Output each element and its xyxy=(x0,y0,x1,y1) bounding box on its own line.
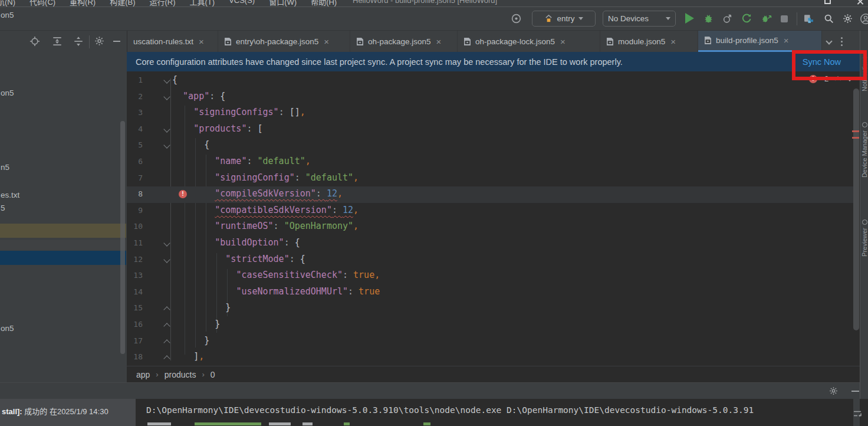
collapse-all-icon[interactable] xyxy=(73,36,84,47)
tool-stripe-device-manager[interactable]: Device Manager xyxy=(860,122,868,178)
code-line-12[interactable]: 12 "strictMode": { xyxy=(127,252,853,268)
debug-button[interactable] xyxy=(703,13,714,24)
debug-attach-button[interactable] xyxy=(761,13,772,24)
tree-item-label[interactable]: on5 xyxy=(1,11,14,19)
fold-open-icon[interactable] xyxy=(163,142,170,149)
soft-wrap-icon[interactable] xyxy=(853,409,862,418)
tab-uscation-rules.txt[interactable]: uscation-rules.txt× xyxy=(127,31,218,52)
menu-item[interactable]: VCS(S) xyxy=(229,0,255,7)
tree-item-label[interactable]: n5 xyxy=(1,163,9,172)
code-line-8[interactable]: 8! "compileSdkVersion": 12, xyxy=(127,186,853,203)
tree-row-highlight[interactable] xyxy=(0,240,126,250)
code-line-13[interactable]: 13 "caseSensitiveCheck": true, xyxy=(127,268,853,284)
code-editor[interactable]: 1{2 "app": {3 "signingConfigs": [],4 "pr… xyxy=(127,71,860,366)
fold-open-icon[interactable] xyxy=(163,77,170,83)
panel-settings-gear-icon[interactable] xyxy=(94,36,104,46)
breadcrumb-item[interactable]: 0 xyxy=(211,370,215,379)
code-line-10[interactable]: 10 "runtimeOS": "OpenHarmony", xyxy=(127,219,853,235)
tree-item-label[interactable]: es.txt xyxy=(1,191,19,199)
device-select[interactable]: No Devices xyxy=(603,11,676,27)
console-settings-gear-icon[interactable] xyxy=(829,386,838,395)
minimize-toolwindow-icon[interactable] xyxy=(851,391,859,392)
tab-entry-oh-package.json5[interactable]: entry\oh-package.json5× xyxy=(218,31,350,52)
close-tab-icon[interactable]: × xyxy=(560,37,565,47)
code-text: "signingConfig": "default", xyxy=(172,172,359,183)
fold-close-icon[interactable] xyxy=(163,339,170,346)
code-line-9[interactable]: 9 "compatibleSdkVersion": 12, xyxy=(127,203,853,219)
tree-row-highlight[interactable] xyxy=(0,224,126,238)
menu-item[interactable]: 重构(R) xyxy=(70,0,96,7)
tool-stripe-label: Device Manager xyxy=(861,130,868,178)
error-stripe-mark[interactable] xyxy=(852,130,859,132)
code-line-14[interactable]: 14 "useNormalizedOHMUrl": true xyxy=(127,284,853,301)
code-line-7[interactable]: 7 "signingConfig": "default", xyxy=(127,171,853,187)
code-line-15[interactable]: 15 } xyxy=(127,300,853,317)
avatar[interactable] xyxy=(860,13,868,25)
menu-item[interactable]: 代码(C) xyxy=(29,0,55,7)
profiler-button[interactable] xyxy=(722,14,732,24)
sync-banner: Core configuration attributes have chang… xyxy=(127,52,860,71)
code-line-17[interactable]: 17 } xyxy=(127,333,853,350)
close-tab-icon[interactable]: × xyxy=(784,35,789,45)
code-line-4[interactable]: 4 "products": [ xyxy=(127,122,853,138)
panel-toolbar-separator xyxy=(89,35,90,48)
menu-item[interactable]: 构建(B) xyxy=(110,0,135,7)
close-tab-icon[interactable]: × xyxy=(199,37,204,47)
menu-item[interactable]: 导航(N) xyxy=(0,0,15,7)
code-line-11[interactable]: 11 "buildOption": { xyxy=(127,235,853,252)
tab-module.json5[interactable]: module.json5× xyxy=(600,31,698,52)
tree-scrollbar[interactable] xyxy=(120,121,125,354)
breadcrumb-item[interactable]: app xyxy=(136,370,150,379)
menu-item[interactable]: 帮助(H) xyxy=(311,0,337,7)
fold-open-icon[interactable] xyxy=(163,93,170,100)
tree-row-selected[interactable] xyxy=(0,251,126,265)
console-output-line[interactable]: D:\OpenHarmony\IDE\devecostudio-windows-… xyxy=(146,405,754,415)
fold-close-icon[interactable] xyxy=(163,323,170,329)
hide-panel-icon[interactable] xyxy=(113,41,120,42)
fold-open-icon[interactable] xyxy=(163,256,170,263)
expand-all-icon[interactable] xyxy=(52,36,63,47)
screenshot-target-icon[interactable] xyxy=(511,13,522,24)
settings-gear-icon[interactable] xyxy=(843,14,853,24)
menu-item[interactable]: 运行(R) xyxy=(149,0,175,7)
tool-stripe-previewer[interactable]: Previewer xyxy=(860,219,868,257)
locate-file-icon[interactable] xyxy=(29,36,40,47)
fold-open-icon[interactable] xyxy=(163,126,170,132)
fold-close-icon[interactable] xyxy=(163,307,170,313)
close-tab-icon[interactable]: × xyxy=(436,37,442,47)
sync-rerun-button[interactable] xyxy=(741,13,752,24)
tab-build-profile.json5[interactable]: build-profile.json5× xyxy=(698,31,822,52)
line-number: 11 xyxy=(127,238,143,247)
code-line-6[interactable]: 6 "name": "default", xyxy=(127,154,853,171)
tab-list-chevron-icon[interactable] xyxy=(826,38,832,44)
run-button[interactable] xyxy=(685,13,694,24)
menu-item[interactable]: 窗口(W) xyxy=(269,0,297,7)
tab-oh-package-lock.json5[interactable]: oh-package-lock.json5× xyxy=(458,31,600,52)
tree-item-label[interactable]: on5 xyxy=(1,89,14,97)
code-line-2[interactable]: 2 "app": { xyxy=(127,89,853,106)
menu-item[interactable]: 工具(T) xyxy=(190,0,215,7)
tab-label: build-profile.json5 xyxy=(716,36,778,45)
fold-close-icon[interactable] xyxy=(163,356,170,362)
project-structure-icon[interactable] xyxy=(804,14,814,24)
search-icon[interactable] xyxy=(824,14,834,24)
tree-item-label[interactable]: on5 xyxy=(1,324,14,333)
tab-oh-package.json5[interactable]: oh-package.json5× xyxy=(350,31,458,52)
tree-item-label[interactable]: 5 xyxy=(1,204,5,212)
editor-scrollbar[interactable] xyxy=(853,89,859,330)
code-line-1[interactable]: 1{ xyxy=(127,73,853,89)
run-config-select[interactable]: entry xyxy=(532,11,596,27)
code-line-16[interactable]: 16 } xyxy=(127,317,853,333)
code-line-3[interactable]: 3 "signingConfigs": [], xyxy=(127,105,853,122)
code-line-18[interactable]: 18 ], xyxy=(127,349,853,366)
fold-open-icon[interactable] xyxy=(163,240,170,246)
stop-button[interactable] xyxy=(781,15,788,22)
error-stripe-mark[interactable] xyxy=(852,137,859,139)
breadcrumb-item[interactable]: products xyxy=(165,370,196,379)
code-line-5[interactable]: 5 { xyxy=(127,137,853,154)
maximize-icon[interactable] xyxy=(824,0,831,4)
close-tab-icon[interactable]: × xyxy=(324,37,329,47)
tab-options-kebab-icon[interactable] xyxy=(841,37,843,46)
close-icon[interactable] xyxy=(856,0,864,5)
close-tab-icon[interactable]: × xyxy=(670,37,676,47)
